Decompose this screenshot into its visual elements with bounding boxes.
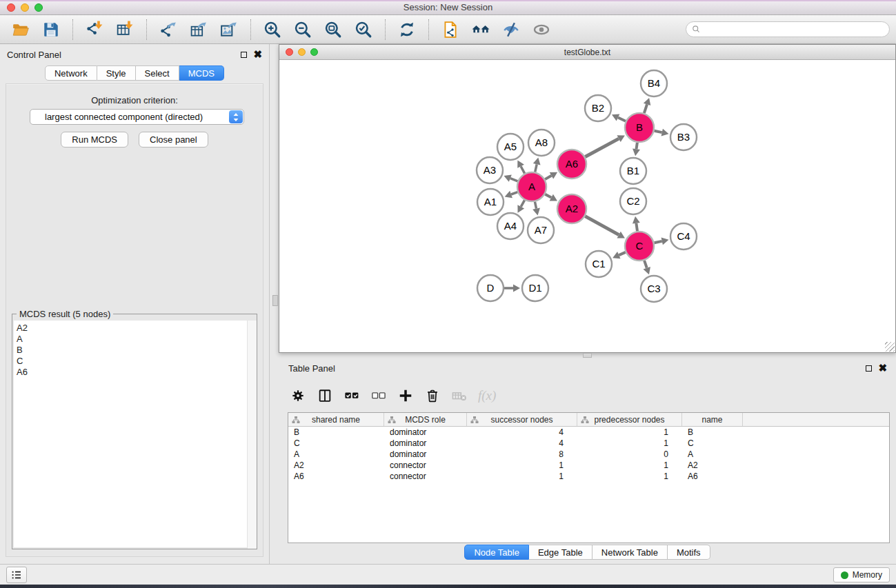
edge-C-C1[interactable] (619, 252, 626, 255)
table-row[interactable]: A2connector11A2 (288, 460, 889, 471)
network-window-titlebar[interactable]: testGlobe.txt (279, 45, 895, 60)
new-network-from-selection-icon[interactable] (439, 19, 461, 41)
table-row[interactable]: A6connector11A6 (288, 471, 889, 482)
import-table-icon[interactable] (114, 19, 136, 41)
cell-predecessor-nodes[interactable]: 0 (577, 449, 682, 459)
deselect-all-rows-icon[interactable] (370, 387, 387, 404)
delete-column-icon[interactable] (424, 387, 441, 404)
task-history-button[interactable] (6, 567, 27, 583)
edge-A-A1[interactable] (511, 192, 517, 194)
cell-predecessor-nodes[interactable]: 1 (577, 427, 682, 437)
edge-B-B1[interactable] (637, 143, 637, 150)
open-session-icon[interactable] (10, 19, 32, 41)
run-mcds-button[interactable]: Run MCDS (61, 132, 128, 148)
cell-successor-nodes[interactable]: 1 (467, 460, 577, 470)
select-all-rows-icon[interactable] (344, 387, 360, 404)
column-header-MCDS-role[interactable]: MCDS role (384, 413, 467, 426)
search-field[interactable] (686, 21, 890, 37)
cell-MCDS-role[interactable]: dominator (384, 438, 467, 448)
float-table-panel-icon[interactable] (866, 365, 872, 372)
cell-successor-nodes[interactable]: 4 (467, 438, 577, 448)
edge-A2-C[interactable] (585, 216, 619, 235)
memory-button[interactable]: Memory (833, 567, 890, 582)
edge-B-B3[interactable] (654, 131, 661, 132)
cell-MCDS-role[interactable]: connector (384, 460, 467, 470)
edge-A-A4[interactable] (521, 200, 524, 207)
close-panel-icon[interactable]: ✖ (253, 51, 262, 58)
cell-name[interactable]: A (682, 449, 743, 459)
edge-C-C4[interactable] (654, 241, 661, 243)
edge-A-A3[interactable] (510, 179, 518, 181)
tab-mcds[interactable]: MCDS (179, 65, 224, 81)
table-row[interactable]: Adominator80A (288, 449, 889, 460)
cell-name[interactable]: B (682, 427, 743, 437)
cell-MCDS-role[interactable]: connector (384, 472, 467, 481)
cell-shared-name[interactable]: B (288, 427, 384, 437)
column-header-successor-nodes[interactable]: successor nodes (467, 413, 577, 426)
import-network-icon[interactable] (83, 19, 106, 41)
column-header-shared-name[interactable]: shared name (288, 413, 384, 426)
tab-node-table[interactable]: Node Table (464, 545, 529, 560)
export-table-icon[interactable] (188, 19, 210, 41)
tab-edge-table[interactable]: Edge Table (529, 545, 593, 560)
cell-shared-name[interactable]: A (288, 449, 384, 459)
criterion-dropdown[interactable]: largest connected component (directed) (30, 109, 244, 125)
horizontal-splitter-handle[interactable] (583, 353, 592, 358)
apply-layout-icon[interactable] (396, 19, 418, 41)
close-panel-button[interactable]: Close panel (139, 132, 208, 148)
tab-style[interactable]: Style (97, 65, 136, 81)
hide-graphics-details-icon[interactable] (500, 19, 522, 41)
edge-B-B4[interactable] (644, 104, 647, 113)
edge-A-A7[interactable] (535, 202, 536, 209)
ndex-home-icon[interactable] (470, 19, 492, 41)
cell-predecessor-nodes[interactable]: 1 (577, 460, 682, 470)
mcds-result-item[interactable]: A (14, 334, 255, 345)
cell-shared-name[interactable]: A6 (288, 472, 384, 481)
cell-MCDS-role[interactable]: dominator (384, 449, 467, 459)
export-image-icon[interactable] (218, 19, 240, 41)
mcds-result-item[interactable]: A2 (14, 323, 255, 334)
export-network-icon[interactable] (157, 19, 179, 41)
edge-A-A2[interactable] (545, 194, 551, 198)
cell-successor-nodes[interactable]: 8 (467, 449, 577, 459)
mcds-result-item[interactable]: B (14, 345, 255, 356)
show-graphics-details-icon[interactable] (530, 19, 552, 41)
cell-shared-name[interactable]: C (288, 438, 384, 448)
cell-successor-nodes[interactable]: 1 (467, 472, 577, 481)
search-input[interactable] (701, 23, 889, 36)
zoom-in-icon[interactable] (261, 19, 283, 41)
cell-predecessor-nodes[interactable]: 1 (577, 472, 682, 481)
cell-predecessor-nodes[interactable]: 1 (577, 438, 682, 448)
network-canvas[interactable]: AA1A2A3A4A5A6A7A8BB1B2B3B4CC1C2C3C4DD1 (279, 60, 895, 352)
edge-B-B2[interactable] (618, 118, 626, 121)
zoom-selected-icon[interactable] (352, 19, 375, 41)
mcds-result-item[interactable]: C (14, 356, 255, 367)
zoom-out-icon[interactable] (292, 19, 314, 41)
mcds-result-list[interactable]: A2ABCA6 (14, 321, 255, 547)
edge-A6-B[interactable] (585, 139, 619, 156)
tab-select[interactable]: Select (136, 65, 179, 81)
add-column-icon[interactable] (397, 387, 414, 404)
column-selector-icon[interactable] (317, 387, 333, 404)
edge-A-A6[interactable] (545, 176, 551, 179)
cell-successor-nodes[interactable]: 4 (467, 427, 577, 437)
edge-C-C3[interactable] (644, 261, 647, 268)
window-resize-grip[interactable] (885, 342, 895, 352)
column-header-predecessor-nodes[interactable]: predecessor nodes (577, 413, 682, 426)
table-row[interactable]: Bdominator41B (288, 427, 889, 438)
cell-name[interactable]: A2 (682, 460, 743, 470)
close-table-panel-icon[interactable]: ✖ (878, 365, 887, 372)
edge-A-A5[interactable] (521, 166, 525, 173)
edge-C-C2[interactable] (636, 223, 637, 232)
tab-motifs[interactable]: Motifs (668, 545, 710, 560)
edge-A-A8[interactable] (535, 164, 537, 172)
cell-MCDS-role[interactable]: dominator (384, 427, 467, 437)
cell-name[interactable]: A6 (682, 472, 743, 481)
mcds-result-item[interactable]: A6 (14, 367, 255, 378)
result-list-scrollbar[interactable] (247, 321, 257, 549)
cell-shared-name[interactable]: A2 (288, 460, 384, 470)
float-panel-icon[interactable] (241, 52, 247, 58)
table-settings-gear-icon[interactable] (290, 387, 306, 404)
vertical-splitter-handle[interactable] (272, 295, 278, 306)
tab-network[interactable]: Network (45, 65, 97, 81)
